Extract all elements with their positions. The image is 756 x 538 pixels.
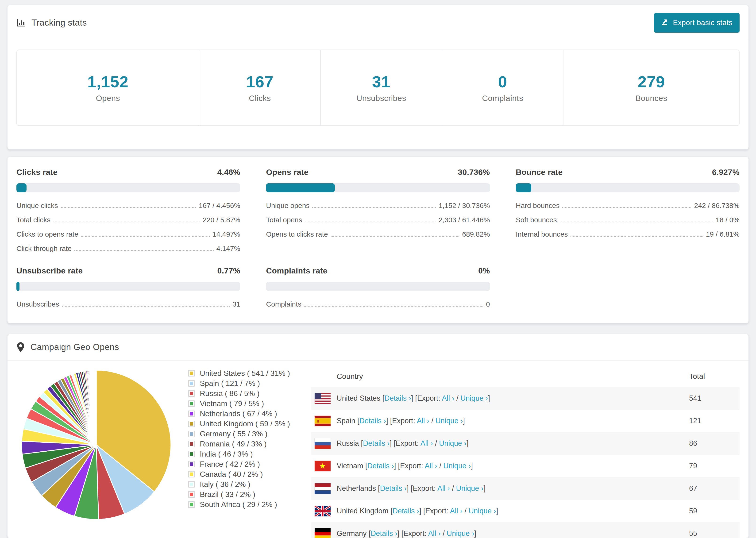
- stat-box-opens: 1,152Opens: [17, 50, 199, 125]
- closing-bracket: ]: [471, 462, 473, 470]
- legend-swatch: [188, 451, 195, 457]
- geo-pie-svg[interactable]: [17, 365, 176, 525]
- rates-card: Clicks rate4.46%Unique clicks167 / 4.456…: [7, 157, 749, 323]
- details-link[interactable]: Details ›: [367, 462, 394, 470]
- rate-section-unsubscribe-rate: Unsubscribe rate0.77%Unsubscribes31: [17, 266, 240, 308]
- rate-section-clicks-rate: Clicks rate4.46%Unique clicks167 / 4.456…: [17, 168, 240, 252]
- legend-item[interactable]: Romania ( 49 / 3% ): [188, 439, 299, 449]
- legend-item[interactable]: United States ( 541 / 31% ): [188, 368, 299, 378]
- country-flag-cell: [311, 483, 337, 494]
- export-all-link[interactable]: All ›: [428, 529, 441, 538]
- legend-label: Spain ( 121 / 7% ): [200, 379, 260, 388]
- geo-card-title-text: Campaign Geo Opens: [30, 342, 119, 352]
- country-cell: Spain [Details ›] [Export: All › / Uniqu…: [337, 417, 689, 425]
- export-all-link[interactable]: All ›: [450, 507, 462, 515]
- country-total: 86: [689, 439, 739, 448]
- details-link[interactable]: Details ›: [380, 484, 406, 493]
- geo-pie-chart[interactable]: [17, 365, 176, 525]
- ru-flag-icon: [315, 438, 331, 449]
- export-unique-link[interactable]: Unique ›: [435, 417, 463, 425]
- rate-detail-label: Total clicks: [17, 216, 50, 224]
- export-label: ] [Export:: [394, 462, 425, 470]
- rate-section-title: Bounce rate: [516, 168, 563, 177]
- export-all-link[interactable]: All ›: [442, 394, 454, 402]
- export-all-link[interactable]: All ›: [425, 462, 437, 470]
- rate-detail-value: 242 / 86.738%: [694, 202, 739, 210]
- separator: /: [441, 529, 447, 538]
- geo-table-row: ★Vietnam [Details ›] [Export: All › / Un…: [311, 455, 739, 477]
- legend-item[interactable]: Italy ( 36 / 2% ): [188, 479, 299, 489]
- rate-progress-track: [17, 183, 240, 192]
- rate-detail-row: Soft bounces18 / 0%: [516, 216, 739, 224]
- rate-detail-row: Hard bounces242 / 86.738%: [516, 202, 739, 210]
- export-basic-stats-button[interactable]: Export basic stats: [654, 13, 739, 32]
- legend-swatch: [188, 410, 195, 417]
- legend-item[interactable]: United Kingdom ( 59 / 3% ): [188, 419, 299, 429]
- rate-progress-track: [17, 282, 240, 291]
- rate-detail-value: 14.497%: [212, 230, 240, 238]
- rate-detail-label: Click through rate: [17, 244, 72, 252]
- stat-value: 279: [568, 73, 734, 91]
- details-link[interactable]: Details ›: [393, 507, 419, 515]
- rate-detail-value: 31: [233, 300, 240, 308]
- stat-label: Clicks: [204, 94, 315, 103]
- dotted-leader: [53, 222, 200, 222]
- export-all-link[interactable]: All ›: [417, 417, 429, 425]
- export-unique-link[interactable]: Unique ›: [443, 462, 471, 470]
- rate-progress-fill: [17, 183, 27, 192]
- export-unique-link[interactable]: Unique ›: [447, 529, 474, 538]
- legend-item[interactable]: France ( 42 / 2% ): [188, 459, 299, 469]
- legend-label: Brazil ( 33 / 2% ): [200, 490, 255, 499]
- legend-item[interactable]: Canada ( 40 / 2% ): [188, 469, 299, 479]
- export-unique-link[interactable]: Unique ›: [439, 439, 466, 447]
- legend-label: United Kingdom ( 59 / 3% ): [200, 419, 290, 428]
- stat-box-complaints: 0Complaints: [442, 50, 563, 125]
- geo-card-header: Campaign Geo Opens: [8, 334, 748, 361]
- export-button-label: Export basic stats: [673, 19, 732, 27]
- rate-section-percent: 0.77%: [217, 266, 240, 275]
- country-flag-cell: ★: [311, 461, 337, 471]
- legend-swatch: [188, 471, 195, 477]
- dotted-leader: [61, 207, 196, 208]
- de-flag-icon: [315, 528, 331, 538]
- legend-label: South Africa ( 29 / 2% ): [200, 500, 277, 509]
- export-unique-link[interactable]: Unique ›: [469, 507, 496, 515]
- dotted-leader: [62, 306, 230, 306]
- rate-section-percent: 0%: [478, 266, 490, 275]
- rate-detail-row: Clicks to opens rate14.497%: [17, 230, 240, 238]
- closing-bracket: ]: [483, 484, 486, 493]
- export-all-link[interactable]: All ›: [437, 484, 450, 493]
- legend-item[interactable]: Netherlands ( 67 / 4% ): [188, 409, 299, 419]
- stat-value: 0: [447, 73, 558, 91]
- total-column-header: Total: [689, 372, 739, 381]
- legend-swatch: [188, 441, 195, 447]
- stat-box-unsubscribes: 31Unsubscribes: [320, 50, 442, 125]
- country-name: United Kingdom [: [337, 507, 393, 515]
- legend-item[interactable]: Vietnam ( 79 / 5% ): [188, 399, 299, 409]
- rate-section-opens-rate: Opens rate30.736%Unique opens1,152 / 30.…: [266, 168, 490, 252]
- dotted-leader: [570, 236, 703, 237]
- details-link[interactable]: Details ›: [371, 529, 398, 538]
- separator: /: [462, 507, 469, 515]
- details-link[interactable]: Details ›: [363, 439, 390, 447]
- export-all-link[interactable]: All ›: [420, 439, 433, 447]
- legend-label: Netherlands ( 67 / 4% ): [200, 409, 277, 418]
- rate-detail-row: Unique opens1,152 / 30.736%: [266, 202, 490, 210]
- legend-item[interactable]: Spain ( 121 / 7% ): [188, 378, 299, 389]
- country-cell: Germany [Details ›] [Export: All › / Uni…: [337, 529, 689, 538]
- details-link[interactable]: Details ›: [359, 417, 386, 425]
- legend-swatch: [188, 401, 195, 407]
- legend-label: Russia ( 86 / 5% ): [200, 389, 259, 398]
- details-link[interactable]: Details ›: [384, 394, 411, 402]
- legend-item[interactable]: Russia ( 86 / 5% ): [188, 389, 299, 399]
- dotted-leader: [75, 250, 213, 251]
- geo-table-header: Country Total: [311, 365, 739, 387]
- legend-item[interactable]: Germany ( 55 / 3% ): [188, 429, 299, 439]
- legend-item[interactable]: India ( 46 / 3% ): [188, 449, 299, 459]
- dotted-leader: [312, 207, 436, 208]
- export-unique-link[interactable]: Unique ›: [456, 484, 483, 493]
- export-unique-link[interactable]: Unique ›: [460, 394, 488, 402]
- geo-table-row: Germany [Details ›] [Export: All › / Uni…: [311, 522, 739, 538]
- legend-item[interactable]: Brazil ( 33 / 2% ): [188, 489, 299, 500]
- legend-item[interactable]: South Africa ( 29 / 2% ): [188, 500, 299, 510]
